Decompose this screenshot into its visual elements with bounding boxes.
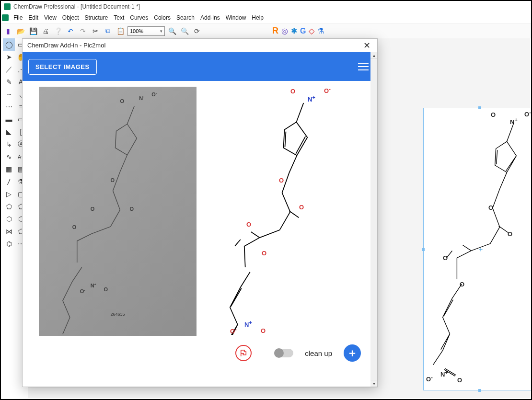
zoom-out-button[interactable]: 🔍: [179, 26, 190, 36]
bold-line-tool[interactable]: ▬: [3, 113, 15, 126]
menu-addins[interactable]: Add-ins: [197, 13, 223, 22]
triangle-tool[interactable]: ▷: [3, 188, 15, 200]
title-bar: ChemDraw Professional - [Untitled Docume…: [1, 1, 531, 12]
photo-caption: 264635: [110, 312, 125, 317]
scroll-down-icon[interactable]: ▾: [370, 380, 377, 387]
wavy-tool[interactable]: ∿: [3, 150, 15, 163]
pentagon-tool[interactable]: ⬠: [3, 200, 15, 213]
menu-view[interactable]: View: [41, 13, 59, 22]
benzene-tool[interactable]: ⌬: [3, 238, 15, 250]
cleanup-label: clean up: [305, 349, 332, 357]
menu-text[interactable]: Text: [111, 13, 127, 22]
menu-search[interactable]: Search: [173, 13, 197, 22]
wedge-tool[interactable]: ◣: [3, 126, 15, 138]
selection-center-icon: ＋: [477, 245, 484, 254]
recognized-structure-svg: [203, 87, 361, 335]
cube-addin-icon[interactable]: ◎: [281, 26, 288, 35]
menu-colors[interactable]: Colors: [151, 13, 173, 22]
atom-O: O: [261, 327, 266, 334]
menu-help[interactable]: Help: [249, 13, 266, 22]
close-icon[interactable]: ✕: [361, 40, 372, 51]
svg-text:O-: O-: [151, 91, 157, 97]
toggle-knob: [274, 348, 284, 358]
atom-O: O: [262, 250, 266, 257]
svg-text:O: O: [120, 98, 124, 104]
line-tool[interactable]: ／: [3, 63, 15, 76]
action-row: clean up ＋: [39, 339, 361, 367]
atom-Ominus: O-: [230, 326, 237, 335]
hex-addin-icon[interactable]: ✱: [291, 26, 297, 35]
dialog-scrollbar[interactable]: ▴ ▾: [370, 52, 377, 387]
flag-icon: [239, 349, 248, 357]
hazard-icon[interactable]: ◇: [309, 26, 314, 35]
undo-button[interactable]: ↶: [65, 26, 76, 36]
menu-edit[interactable]: Edit: [25, 13, 41, 22]
source-photo[interactable]: ON+O- OO OO N+O-O 264635: [39, 87, 197, 336]
cut-button[interactable]: ✂: [90, 26, 101, 36]
dashed-tool[interactable]: ┄: [3, 88, 15, 101]
help-button[interactable]: ❔: [53, 26, 63, 36]
result-panels: ON+O- OO OO N+O-O 264635: [23, 81, 370, 387]
select-images-button[interactable]: SELECT IMAGES: [28, 59, 97, 75]
dots-tool[interactable]: ⋯: [3, 101, 15, 113]
image-result-row: ON+O- OO OO N+O-O 264635: [39, 87, 361, 336]
menu-file[interactable]: File: [11, 13, 25, 22]
dialog-titlebar[interactable]: ChemDraw Add-in - Pic2mol ✕: [23, 39, 377, 52]
photo-structure-overlay: ON+O- OO OO N+O-O: [39, 87, 197, 335]
atom-N: N+: [308, 94, 315, 103]
menu-curves[interactable]: Curves: [127, 13, 151, 22]
app-icon: [4, 3, 11, 10]
menu-object[interactable]: Object: [59, 13, 82, 22]
atom-O: O: [299, 204, 304, 211]
bowtie-tool[interactable]: ⋈: [3, 225, 15, 238]
save-button[interactable]: 💾: [28, 26, 38, 36]
hexagon-tool[interactable]: ⬡: [3, 213, 15, 225]
open-button[interactable]: 📂: [15, 26, 26, 36]
selection-handle[interactable]: [478, 106, 481, 109]
arrow2-tool[interactable]: ↳: [3, 138, 15, 150]
svg-text:O: O: [111, 177, 115, 183]
new-doc-button[interactable]: ▮: [3, 26, 13, 36]
recognized-structure[interactable]: O N+ O- O O O O O- N+ O: [203, 87, 361, 336]
menu-bar: File Edit View Object Structure Text Cur…: [1, 12, 531, 23]
menu-window[interactable]: Window: [223, 13, 249, 22]
scroll-up-icon[interactable]: ▴: [370, 52, 377, 59]
flask-icon[interactable]: ⚗: [317, 26, 324, 35]
table-tool[interactable]: ▦: [3, 163, 15, 175]
cleanup-toggle[interactable]: [274, 349, 293, 357]
copy-button[interactable]: ⧉: [103, 26, 113, 36]
svg-text:O: O: [104, 286, 108, 292]
selection-handle[interactable]: [422, 248, 425, 251]
zoom-in-button[interactable]: 🔍: [167, 26, 177, 36]
add-button[interactable]: ＋: [344, 344, 361, 362]
selection-handle[interactable]: [478, 389, 481, 392]
dialog-header: SELECT IMAGES: [23, 52, 377, 81]
svg-text:O: O: [72, 224, 77, 230]
chevron-down-icon: ▾: [160, 29, 162, 34]
svg-text:O: O: [129, 206, 134, 212]
addin-icons: R ◎ ✱ G ◇ ⚗: [272, 26, 324, 36]
print-button[interactable]: 🖨: [40, 26, 51, 36]
svg-text:N+: N+: [139, 95, 145, 101]
lasso-tool[interactable]: ◯: [3, 38, 15, 51]
pen-tool[interactable]: ✎: [3, 76, 15, 88]
svg-text:O: O: [91, 206, 95, 212]
reaxys-icon[interactable]: R: [272, 26, 278, 36]
google-addin-icon[interactable]: G: [300, 27, 306, 35]
zoom-value: 100%: [130, 28, 143, 34]
redo-button[interactable]: ↷: [78, 26, 88, 36]
paste-button[interactable]: 📋: [115, 26, 126, 36]
flag-button[interactable]: [235, 345, 252, 361]
main-toolbar: ▮ 📂 💾 🖨 ❔ ↶ ↷ ✂ ⧉ 📋 100% ▾ 🔍 🔍 ⟳ R ◎ ✱ G…: [1, 23, 531, 38]
menu-icon[interactable]: [358, 63, 369, 70]
menu-structure[interactable]: Structure: [82, 13, 111, 22]
atom-O: O: [246, 221, 251, 228]
svg-text:N+: N+: [91, 283, 96, 288]
dialog-body: SELECT IMAGES ON+O-: [23, 52, 377, 387]
atom-O: O: [279, 177, 284, 184]
zigzag-tool[interactable]: 〳: [3, 175, 15, 188]
zoom-select[interactable]: 100% ▾: [127, 26, 165, 36]
arrow-tool[interactable]: ➤: [3, 51, 15, 63]
rotate-3d-button[interactable]: ⟳: [192, 26, 202, 36]
atom-N: N+: [244, 320, 252, 328]
